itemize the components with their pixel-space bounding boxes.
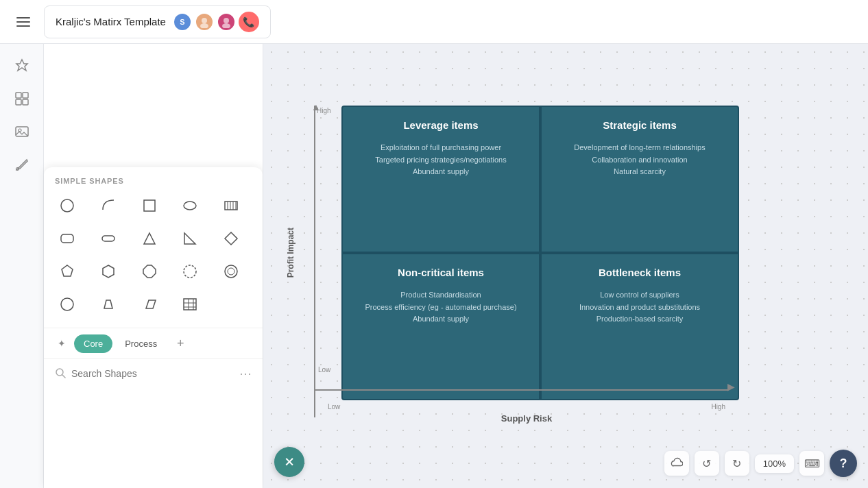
shape-table[interactable] xyxy=(175,289,205,319)
shape-ellipse[interactable] xyxy=(175,191,205,221)
avatar-1: S xyxy=(173,12,192,32)
redo-button[interactable]: ↻ xyxy=(725,451,749,476)
zoom-level: 100% xyxy=(755,454,794,473)
matrix-cell-bottleneck: Bottleneck items Low control of supplier… xyxy=(540,253,739,400)
x-arrow-icon: ▶ xyxy=(727,381,735,392)
svg-point-12 xyxy=(19,129,21,132)
keyboard-button[interactable]: ⌨ xyxy=(799,451,824,476)
svg-point-27 xyxy=(61,298,73,310)
sidebar-icon-shapes[interactable] xyxy=(8,52,36,80)
matrix-cell-noncritical: Non-critical items Product Standardisati… xyxy=(341,253,540,400)
svg-rect-23 xyxy=(102,236,114,241)
svg-rect-10 xyxy=(23,99,28,105)
search-icon xyxy=(55,367,66,380)
svg-point-4 xyxy=(200,23,208,28)
shape-hexagon[interactable] xyxy=(93,256,123,286)
shape-circle[interactable] xyxy=(52,191,82,221)
sidebar-icon-draw[interactable] xyxy=(8,151,36,178)
collaborators-avatars: S 📞 xyxy=(173,12,259,32)
noncritical-body: Product StandardisationProcess efficienc… xyxy=(359,289,522,326)
sidebar-icon-grid[interactable] xyxy=(8,85,36,112)
y-arrow-icon: ▲ xyxy=(311,101,321,112)
leverage-body: Exploitation of full purchasing powerTar… xyxy=(359,142,522,178)
svg-rect-1 xyxy=(16,21,30,23)
x-low-label: Low xyxy=(328,403,340,411)
sidebar-icon-image[interactable] xyxy=(8,118,36,145)
shape-right-triangle[interactable] xyxy=(175,223,205,254)
svg-rect-9 xyxy=(16,99,21,105)
shapes-grid xyxy=(44,191,263,328)
document-title-box[interactable]: Kraljic's Matirx Template S 📞 xyxy=(44,5,271,38)
shape-octagon[interactable] xyxy=(134,256,165,286)
svg-point-14 xyxy=(61,199,73,212)
shape-square[interactable] xyxy=(134,191,165,221)
svg-rect-0 xyxy=(16,17,30,19)
shape-arc[interactable] xyxy=(93,191,123,221)
svg-rect-22 xyxy=(61,234,73,243)
help-button[interactable]: ? xyxy=(830,450,857,477)
bottleneck-title: Bottleneck items xyxy=(558,267,721,278)
shapes-inner-panel: SIMPLE SHAPES xyxy=(44,167,263,488)
shape-circle-outline[interactable] xyxy=(216,256,246,286)
svg-rect-15 xyxy=(144,200,155,211)
shape-rounded-rect[interactable] xyxy=(52,223,82,254)
matrix-grid: Leverage items Exploitation of full purc… xyxy=(341,106,739,400)
menu-button[interactable] xyxy=(11,10,36,34)
y-low-label: Low xyxy=(318,366,330,374)
svg-rect-28 xyxy=(184,299,196,310)
shapes-panel: SIMPLE SHAPES xyxy=(44,44,263,488)
svg-rect-17 xyxy=(225,202,237,210)
svg-point-6 xyxy=(222,23,230,28)
strategic-title: Strategic items xyxy=(558,119,721,131)
shape-pentagon[interactable] xyxy=(52,256,82,286)
x-axis-label: Supply Risk xyxy=(328,411,725,424)
matrix-wrapper: Profit Impact High Low ▲ ▶ Leverage item… xyxy=(304,99,739,424)
shape-rounded-circle[interactable] xyxy=(175,256,205,286)
shape-striped-rect[interactable] xyxy=(216,191,246,221)
matrix-cells-container: Leverage items Exploitation of full purc… xyxy=(328,106,739,424)
svg-point-5 xyxy=(224,18,229,23)
noncritical-title: Non-critical items xyxy=(359,267,522,278)
shape-triangle[interactable] xyxy=(134,223,165,254)
avatar-2 xyxy=(195,12,214,32)
more-options-icon[interactable]: ⋯ xyxy=(239,366,252,381)
bottleneck-body: Low control of suppliersInnovation and p… xyxy=(558,289,721,326)
search-bar: ⋯ xyxy=(44,358,263,388)
x-axis-line xyxy=(314,389,729,391)
svg-point-16 xyxy=(184,202,196,210)
tab-icon-sparkle[interactable]: ✦ xyxy=(52,334,71,353)
tab-process[interactable]: Process xyxy=(115,334,167,353)
canvas-area[interactable]: Profit Impact High Low ▲ ▶ Leverage item… xyxy=(263,44,868,488)
svg-point-24 xyxy=(184,265,196,278)
shape-pill[interactable] xyxy=(93,223,123,254)
matrix-cell-leverage: Leverage items Exploitation of full purc… xyxy=(341,106,540,253)
matrix-cell-strategic: Strategic items Development of long-term… xyxy=(540,106,739,253)
shape-parallelogram[interactable] xyxy=(134,289,165,319)
shape-trapezoid[interactable] xyxy=(93,289,123,319)
leverage-title: Leverage items xyxy=(359,119,522,131)
main-area: SIMPLE SHAPES xyxy=(0,44,868,488)
svg-point-25 xyxy=(225,265,237,278)
left-sidebar xyxy=(0,44,44,488)
undo-button[interactable]: ↺ xyxy=(695,451,719,476)
cloud-button[interactable] xyxy=(664,451,689,476)
svg-rect-2 xyxy=(16,25,30,27)
strategic-body: Development of long-term relationshipsCo… xyxy=(558,142,721,178)
fab-button[interactable]: + xyxy=(268,441,311,483)
shape-diamond[interactable] xyxy=(216,223,246,254)
svg-rect-8 xyxy=(23,93,28,98)
svg-point-26 xyxy=(228,268,234,275)
svg-line-34 xyxy=(62,375,65,378)
bottom-bar: ↺ ↻ 100% ⌨ ? xyxy=(664,450,857,477)
avatar-3 xyxy=(217,12,236,32)
y-axis-label-wrap: Profit Impact xyxy=(284,106,298,400)
search-input[interactable] xyxy=(71,368,234,379)
phone-button[interactable]: 📞 xyxy=(239,12,259,32)
x-high-label: High xyxy=(711,403,725,411)
simple-shapes-title: SIMPLE SHAPES xyxy=(44,167,263,191)
x-axis-labels: Low High xyxy=(328,400,725,411)
tab-core[interactable]: Core xyxy=(74,334,112,353)
document-title: Kraljic's Matirx Template xyxy=(56,16,166,27)
tab-add-button[interactable]: + xyxy=(171,334,190,353)
shape-circle-sm[interactable] xyxy=(52,289,82,319)
